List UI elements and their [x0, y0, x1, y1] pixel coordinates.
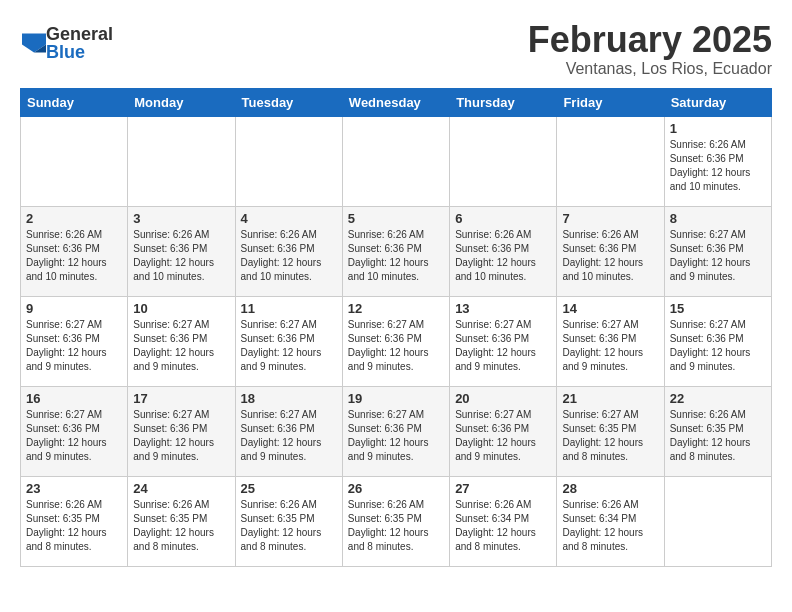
calendar-cell: 26Sunrise: 6:26 AMSunset: 6:35 PMDayligh… — [342, 476, 449, 566]
calendar-cell: 4Sunrise: 6:26 AMSunset: 6:36 PMDaylight… — [235, 206, 342, 296]
calendar-cell: 12Sunrise: 6:27 AMSunset: 6:36 PMDayligh… — [342, 296, 449, 386]
calendar-header-monday: Monday — [128, 88, 235, 116]
calendar-cell — [450, 116, 557, 206]
day-number: 11 — [241, 301, 337, 316]
calendar-cell: 11Sunrise: 6:27 AMSunset: 6:36 PMDayligh… — [235, 296, 342, 386]
day-info: Sunrise: 6:27 AMSunset: 6:36 PMDaylight:… — [348, 318, 444, 374]
day-number: 6 — [455, 211, 551, 226]
page: General Blue February 2025 Ventanas, Los… — [0, 0, 792, 577]
calendar-cell: 21Sunrise: 6:27 AMSunset: 6:35 PMDayligh… — [557, 386, 664, 476]
logo-icon — [22, 33, 46, 53]
day-number: 26 — [348, 481, 444, 496]
calendar-cell: 18Sunrise: 6:27 AMSunset: 6:36 PMDayligh… — [235, 386, 342, 476]
calendar-week-2: 2Sunrise: 6:26 AMSunset: 6:36 PMDaylight… — [21, 206, 772, 296]
calendar-cell: 24Sunrise: 6:26 AMSunset: 6:35 PMDayligh… — [128, 476, 235, 566]
day-info: Sunrise: 6:27 AMSunset: 6:36 PMDaylight:… — [455, 408, 551, 464]
day-number: 20 — [455, 391, 551, 406]
logo: General Blue — [20, 25, 113, 61]
calendar: SundayMondayTuesdayWednesdayThursdayFrid… — [20, 88, 772, 567]
calendar-cell: 1Sunrise: 6:26 AMSunset: 6:36 PMDaylight… — [664, 116, 771, 206]
calendar-cell: 14Sunrise: 6:27 AMSunset: 6:36 PMDayligh… — [557, 296, 664, 386]
day-info: Sunrise: 6:26 AMSunset: 6:36 PMDaylight:… — [562, 228, 658, 284]
calendar-cell: 5Sunrise: 6:26 AMSunset: 6:36 PMDaylight… — [342, 206, 449, 296]
day-number: 2 — [26, 211, 122, 226]
calendar-cell: 19Sunrise: 6:27 AMSunset: 6:36 PMDayligh… — [342, 386, 449, 476]
day-info: Sunrise: 6:27 AMSunset: 6:36 PMDaylight:… — [133, 408, 229, 464]
calendar-cell — [21, 116, 128, 206]
calendar-cell — [128, 116, 235, 206]
day-info: Sunrise: 6:26 AMSunset: 6:35 PMDaylight:… — [133, 498, 229, 554]
header: General Blue February 2025 Ventanas, Los… — [20, 20, 772, 78]
day-info: Sunrise: 6:26 AMSunset: 6:36 PMDaylight:… — [241, 228, 337, 284]
logo-text: General Blue — [46, 25, 113, 61]
calendar-cell: 16Sunrise: 6:27 AMSunset: 6:36 PMDayligh… — [21, 386, 128, 476]
calendar-header-thursday: Thursday — [450, 88, 557, 116]
day-number: 17 — [133, 391, 229, 406]
calendar-cell: 23Sunrise: 6:26 AMSunset: 6:35 PMDayligh… — [21, 476, 128, 566]
day-info: Sunrise: 6:27 AMSunset: 6:35 PMDaylight:… — [562, 408, 658, 464]
day-number: 25 — [241, 481, 337, 496]
calendar-cell: 15Sunrise: 6:27 AMSunset: 6:36 PMDayligh… — [664, 296, 771, 386]
subtitle: Ventanas, Los Rios, Ecuador — [528, 60, 772, 78]
day-info: Sunrise: 6:27 AMSunset: 6:36 PMDaylight:… — [26, 408, 122, 464]
calendar-header-tuesday: Tuesday — [235, 88, 342, 116]
calendar-cell: 10Sunrise: 6:27 AMSunset: 6:36 PMDayligh… — [128, 296, 235, 386]
day-number: 24 — [133, 481, 229, 496]
day-number: 7 — [562, 211, 658, 226]
day-info: Sunrise: 6:26 AMSunset: 6:36 PMDaylight:… — [670, 138, 766, 194]
day-info: Sunrise: 6:27 AMSunset: 6:36 PMDaylight:… — [133, 318, 229, 374]
calendar-cell: 17Sunrise: 6:27 AMSunset: 6:36 PMDayligh… — [128, 386, 235, 476]
calendar-header-row: SundayMondayTuesdayWednesdayThursdayFrid… — [21, 88, 772, 116]
day-number: 28 — [562, 481, 658, 496]
day-number: 3 — [133, 211, 229, 226]
calendar-cell: 27Sunrise: 6:26 AMSunset: 6:34 PMDayligh… — [450, 476, 557, 566]
day-info: Sunrise: 6:26 AMSunset: 6:36 PMDaylight:… — [26, 228, 122, 284]
day-number: 4 — [241, 211, 337, 226]
day-info: Sunrise: 6:27 AMSunset: 6:36 PMDaylight:… — [241, 318, 337, 374]
day-info: Sunrise: 6:27 AMSunset: 6:36 PMDaylight:… — [26, 318, 122, 374]
day-info: Sunrise: 6:27 AMSunset: 6:36 PMDaylight:… — [562, 318, 658, 374]
day-number: 21 — [562, 391, 658, 406]
day-number: 23 — [26, 481, 122, 496]
day-info: Sunrise: 6:27 AMSunset: 6:36 PMDaylight:… — [670, 228, 766, 284]
day-number: 9 — [26, 301, 122, 316]
calendar-cell: 25Sunrise: 6:26 AMSunset: 6:35 PMDayligh… — [235, 476, 342, 566]
calendar-cell: 20Sunrise: 6:27 AMSunset: 6:36 PMDayligh… — [450, 386, 557, 476]
day-info: Sunrise: 6:26 AMSunset: 6:34 PMDaylight:… — [562, 498, 658, 554]
calendar-cell: 8Sunrise: 6:27 AMSunset: 6:36 PMDaylight… — [664, 206, 771, 296]
calendar-cell — [557, 116, 664, 206]
day-number: 16 — [26, 391, 122, 406]
calendar-cell — [235, 116, 342, 206]
calendar-cell: 13Sunrise: 6:27 AMSunset: 6:36 PMDayligh… — [450, 296, 557, 386]
day-info: Sunrise: 6:26 AMSunset: 6:35 PMDaylight:… — [348, 498, 444, 554]
day-info: Sunrise: 6:26 AMSunset: 6:35 PMDaylight:… — [670, 408, 766, 464]
logo-blue: Blue — [46, 43, 113, 61]
calendar-header-wednesday: Wednesday — [342, 88, 449, 116]
calendar-cell: 28Sunrise: 6:26 AMSunset: 6:34 PMDayligh… — [557, 476, 664, 566]
day-info: Sunrise: 6:26 AMSunset: 6:36 PMDaylight:… — [133, 228, 229, 284]
day-number: 12 — [348, 301, 444, 316]
day-info: Sunrise: 6:27 AMSunset: 6:36 PMDaylight:… — [670, 318, 766, 374]
month-title: February 2025 — [528, 20, 772, 60]
calendar-cell: 22Sunrise: 6:26 AMSunset: 6:35 PMDayligh… — [664, 386, 771, 476]
calendar-cell: 3Sunrise: 6:26 AMSunset: 6:36 PMDaylight… — [128, 206, 235, 296]
calendar-week-3: 9Sunrise: 6:27 AMSunset: 6:36 PMDaylight… — [21, 296, 772, 386]
calendar-cell: 6Sunrise: 6:26 AMSunset: 6:36 PMDaylight… — [450, 206, 557, 296]
day-info: Sunrise: 6:26 AMSunset: 6:35 PMDaylight:… — [26, 498, 122, 554]
day-info: Sunrise: 6:27 AMSunset: 6:36 PMDaylight:… — [348, 408, 444, 464]
day-info: Sunrise: 6:27 AMSunset: 6:36 PMDaylight:… — [455, 318, 551, 374]
calendar-week-4: 16Sunrise: 6:27 AMSunset: 6:36 PMDayligh… — [21, 386, 772, 476]
calendar-header-friday: Friday — [557, 88, 664, 116]
day-number: 22 — [670, 391, 766, 406]
day-info: Sunrise: 6:26 AMSunset: 6:34 PMDaylight:… — [455, 498, 551, 554]
calendar-header-sunday: Sunday — [21, 88, 128, 116]
day-number: 14 — [562, 301, 658, 316]
calendar-cell — [342, 116, 449, 206]
day-number: 10 — [133, 301, 229, 316]
title-area: February 2025 Ventanas, Los Rios, Ecuado… — [528, 20, 772, 78]
calendar-week-1: 1Sunrise: 6:26 AMSunset: 6:36 PMDaylight… — [21, 116, 772, 206]
logo-general: General — [46, 25, 113, 43]
day-number: 13 — [455, 301, 551, 316]
day-info: Sunrise: 6:26 AMSunset: 6:36 PMDaylight:… — [455, 228, 551, 284]
calendar-header-saturday: Saturday — [664, 88, 771, 116]
